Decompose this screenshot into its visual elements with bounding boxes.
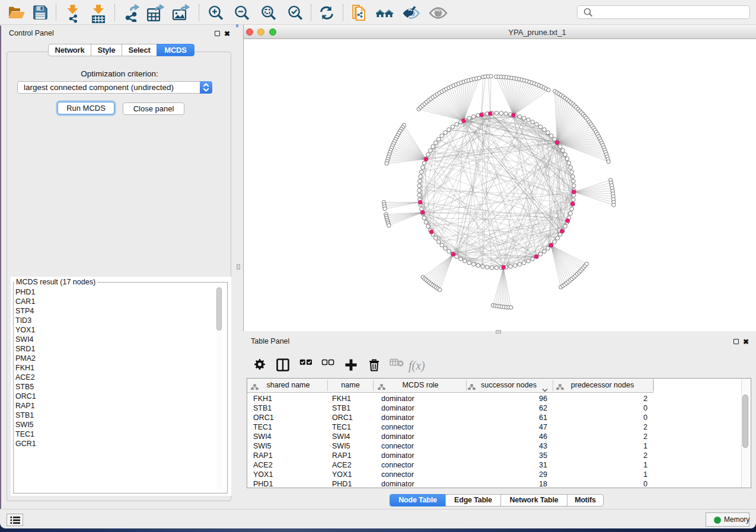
svg-text:f(x): f(x) <box>409 359 425 373</box>
